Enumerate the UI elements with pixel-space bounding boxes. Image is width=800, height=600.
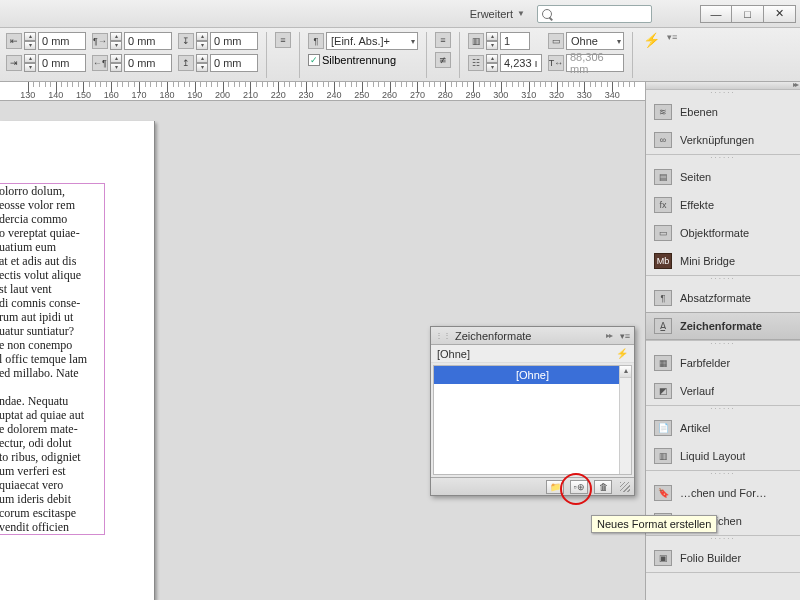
hyphenation-checkbox[interactable]: ✓ (308, 54, 320, 66)
link-icon: ∞ (654, 132, 672, 148)
delete-style-button[interactable]: 🗑 (594, 480, 612, 494)
last-line-icon[interactable]: ←¶ (92, 55, 108, 71)
workspace-switcher[interactable]: Erweitert ▼ (470, 8, 525, 20)
art-icon: 📄 (654, 420, 672, 436)
hyphenation-label: Silbentrennung (322, 54, 396, 66)
panel-item-verkn-pfungen[interactable]: ∞Verknüpfungen (646, 126, 800, 154)
panel-item-ebenen[interactable]: ≋Ebenen (646, 98, 800, 126)
obj-style-icon[interactable]: ▭ (548, 33, 564, 49)
space-after-icon[interactable]: ↥ (178, 55, 194, 71)
tooltip: Neues Format erstellen (591, 515, 717, 533)
first-line-icon[interactable]: ¶→ (92, 33, 108, 49)
panel-group: ······¶AbsatzformateA̲Zeichenformate (646, 276, 800, 341)
panel-group: ······≋Ebenen∞Verknüpfungen (646, 90, 800, 155)
close-button[interactable]: ✕ (764, 5, 796, 23)
spinner[interactable]: ▴▾ (24, 32, 36, 50)
minimize-button[interactable]: — (700, 5, 732, 23)
panel-grip-icon[interactable]: ⋮⋮ (435, 331, 451, 340)
character-styles-panel[interactable]: ⋮⋮ Zeichenformate ▸▸ ▾≡ [Ohne] ⚡ [Ohne] … (430, 326, 635, 496)
spinner[interactable]: ▴▾ (196, 32, 208, 50)
indent-left-icon[interactable]: ⇤ (6, 33, 22, 49)
applied-style-row[interactable]: [Ohne] ⚡ (431, 345, 634, 363)
panel-item-mini-bridge[interactable]: MbMini Bridge (646, 247, 800, 275)
panel-item-label: Folio Builder (680, 552, 741, 564)
panel-footer: 📁 ▫⊕ 🗑 (431, 477, 634, 495)
panel-item-verlauf[interactable]: ◩Verlauf (646, 377, 800, 405)
bkf-icon: 🔖 (654, 485, 672, 501)
panel-item-label: Mini Bridge (680, 255, 735, 267)
panel-item-farbfelder[interactable]: ▦Farbfelder (646, 349, 800, 377)
first-line-field[interactable]: 0 mm (124, 32, 172, 50)
panel-item-label: Verlauf (680, 385, 714, 397)
spinner[interactable]: ▴▾ (196, 54, 208, 72)
panel-item-seiten[interactable]: ▤Seiten (646, 163, 800, 191)
search-input[interactable] (537, 5, 652, 23)
panel-menu-icon[interactable]: ▾≡ (620, 331, 630, 341)
style-item-none[interactable]: [Ohne] ✎ (434, 366, 631, 384)
new-style-button[interactable]: ▫⊕ (570, 480, 588, 494)
paragraph-style-dropdown[interactable]: [Einf. Abs.]+ (326, 32, 418, 50)
panel-item-label: Seiten (680, 171, 711, 183)
object-style-dropdown[interactable]: Ohne (566, 32, 624, 50)
panel-item-absatzformate[interactable]: ¶Absatzformate (646, 284, 800, 312)
scrollbar[interactable]: ▴ (619, 366, 631, 474)
panel-item-folio-builder[interactable]: ▣Folio Builder (646, 544, 800, 572)
liq-icon: ▥ (654, 448, 672, 464)
panel-item-liquid-layout[interactable]: ▥Liquid Layout (646, 442, 800, 470)
panel-item-effekte[interactable]: fxEffekte (646, 191, 800, 219)
scroll-up-icon[interactable]: ▴ (620, 366, 631, 378)
title-bar: Erweitert ▼ — □ ✕ (0, 0, 800, 28)
panel-group: ······📄Artikel▥Liquid Layout (646, 406, 800, 471)
collapse-dock-icon[interactable] (646, 82, 800, 90)
quick-apply-icon[interactable]: ⚡ (641, 32, 661, 48)
layers-icon: ≋ (654, 104, 672, 120)
panel-item-zeichenformate[interactable]: A̲Zeichenformate (646, 312, 800, 340)
baseline-grid-off-icon[interactable]: ≢ (435, 52, 451, 68)
panel-item--chen-und-for-[interactable]: 🔖…chen und For… (646, 479, 800, 507)
text-frame[interactable]: olorro dolum, eosse volor rem dercia com… (0, 183, 105, 535)
text-width-field[interactable]: 88,306 mm (566, 54, 624, 72)
panel-item-label: Zeichenformate (680, 320, 762, 332)
panel-header[interactable]: ⋮⋮ Zeichenformate ▸▸ ▾≡ (431, 327, 634, 345)
indent-right-icon[interactable]: ⇥ (6, 55, 22, 71)
spinner[interactable]: ▴▾ (110, 32, 122, 50)
spinner[interactable]: ▴▾ (24, 54, 36, 72)
panel-item-label: …chen und For… (680, 487, 767, 499)
style-list[interactable]: [Ohne] ✎ ▴ (433, 365, 632, 475)
spinner[interactable]: ▴▾ (486, 32, 498, 50)
space-before-icon[interactable]: ↧ (178, 33, 194, 49)
grad-icon: ◩ (654, 383, 672, 399)
spinner[interactable]: ▴▾ (486, 54, 498, 72)
columns-icon[interactable]: ▥ (468, 33, 484, 49)
space-before-field[interactable]: 0 mm (210, 32, 258, 50)
text-width-icon[interactable]: T↔ (548, 55, 564, 71)
window-buttons: — □ ✕ (700, 5, 796, 23)
para-icon: ¶ (654, 290, 672, 306)
spinner[interactable]: ▴▾ (110, 54, 122, 72)
panel-item-objektformate[interactable]: ▭Objektformate (646, 219, 800, 247)
indent-right-field[interactable]: 0 mm (38, 54, 86, 72)
maximize-button[interactable]: □ (732, 5, 764, 23)
columns-field[interactable]: 1 (500, 32, 530, 50)
resize-grip-icon[interactable] (620, 482, 630, 492)
indent-left-field[interactable]: 0 mm (38, 32, 86, 50)
panel-group: ······▤SeitenfxEffekte▭ObjektformateMbMi… (646, 155, 800, 276)
panel-item-artikel[interactable]: 📄Artikel (646, 414, 800, 442)
panel-item-label: Verknüpfungen (680, 134, 754, 146)
panel-title: Zeichenformate (455, 330, 531, 342)
baseline-grid-on-icon[interactable]: ≡ (435, 32, 451, 48)
control-bar: ⇤▴▾0 mm ⇥▴▾0 mm ¶→▴▾0 mm ←¶▴▾0 mm ↧▴▾0 m… (0, 28, 800, 82)
panel-dock-icon[interactable]: ▸▸ (606, 331, 612, 340)
control-flyout-icon[interactable]: ▾≡ (667, 32, 677, 42)
panel-group: ······▣Folio Builder (646, 536, 800, 573)
style-group-button[interactable]: 📁 (546, 480, 564, 494)
last-line-field[interactable]: 0 mm (124, 54, 172, 72)
list-icon[interactable]: ≡ (275, 32, 291, 48)
workspace-label: Erweitert (470, 8, 513, 20)
text-height-field[interactable]: 4,233 ı (500, 54, 542, 72)
span-columns-icon[interactable]: ☷ (468, 55, 484, 71)
para-style-icon[interactable]: ¶ (308, 33, 324, 49)
space-after-field[interactable]: 0 mm (210, 54, 258, 72)
override-flash-icon[interactable]: ⚡ (616, 348, 628, 359)
swatch-icon: ▦ (654, 355, 672, 371)
